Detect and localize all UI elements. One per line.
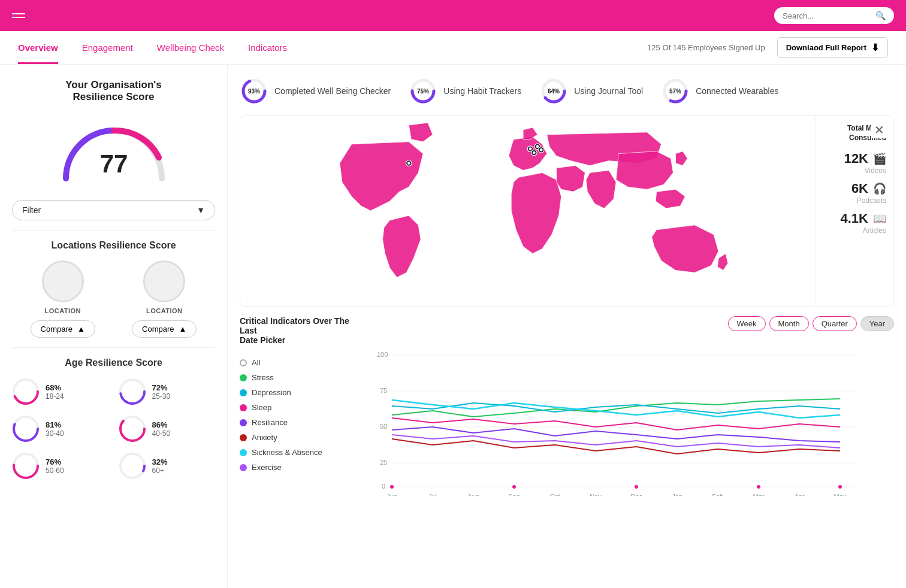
legend-label: Resiliance xyxy=(252,418,288,427)
location-label-1: LOCATION xyxy=(42,307,84,314)
world-map xyxy=(240,116,816,306)
compare-button-1[interactable]: Compare ▲ xyxy=(31,320,95,338)
svg-text:Jul: Jul xyxy=(428,493,437,496)
svg-text:64%: 64% xyxy=(548,88,560,95)
age-percent: 72% xyxy=(152,383,171,392)
media-value-row: 4.1K 📖 xyxy=(823,211,886,226)
compare-label-1: Compare xyxy=(41,325,73,334)
chart-title: Critical Indicators Over The Last xyxy=(240,316,360,335)
location-label-2: LOCATION xyxy=(143,307,185,314)
age-item: 32% 60+ xyxy=(119,452,216,480)
svg-text:0: 0 xyxy=(382,483,385,490)
media-icon: 🎬 xyxy=(873,152,886,165)
hamburger-menu[interactable] xyxy=(12,13,25,18)
metric-label: Using Habit Trackers xyxy=(443,86,521,96)
time-filter-week[interactable]: Week xyxy=(728,316,766,331)
svg-text:Apr: Apr xyxy=(794,493,804,496)
tab-engagement[interactable]: Engagement xyxy=(82,31,133,64)
mini-gauge xyxy=(119,415,146,442)
svg-text:Aug: Aug xyxy=(467,493,479,496)
gauge-container: 77 xyxy=(12,113,215,190)
svg-point-31 xyxy=(540,148,543,151)
svg-point-35 xyxy=(407,162,410,165)
metric-ring: 64% xyxy=(539,77,568,105)
age-range: 40-50 xyxy=(152,429,171,438)
media-item: 4.1K 📖 Articles xyxy=(823,211,886,235)
metric-label: Completed Well Being Checker xyxy=(274,86,391,96)
map-close-button[interactable]: ✕ xyxy=(871,122,887,138)
download-button[interactable]: Downlaod Full Report ⬇ xyxy=(777,37,888,58)
tab-indicators[interactable]: Indicators xyxy=(248,31,287,64)
download-label: Downlaod Full Report xyxy=(786,43,866,52)
age-info: 86% 40-50 xyxy=(152,420,171,438)
metric-ring: 93% xyxy=(240,77,268,105)
compare-label-2: Compare xyxy=(142,325,174,334)
svg-text:Jun: Jun xyxy=(386,493,397,496)
svg-point-29 xyxy=(536,145,539,148)
mini-gauge xyxy=(119,378,146,405)
svg-text:Dec: Dec xyxy=(630,493,642,496)
media-panel: Total MediaConsumed 12K 🎬 Videos 6K 🎧 Po… xyxy=(816,116,893,306)
age-item: 76% 50-60 xyxy=(12,452,109,480)
nav-tabs: Overview Engagement Wellbeing Check Indi… xyxy=(18,31,287,64)
mini-gauge xyxy=(119,452,146,480)
svg-point-36 xyxy=(240,360,246,366)
mini-gauge xyxy=(12,378,40,405)
gauge-svg: 77 xyxy=(54,113,174,190)
age-info: 81% 30-40 xyxy=(46,420,64,438)
svg-text:50: 50 xyxy=(380,423,387,430)
compare-button-2[interactable]: Compare ▲ xyxy=(132,320,197,338)
legend-item: Depression xyxy=(240,388,330,397)
time-filter-quarter[interactable]: Quarter xyxy=(813,316,857,331)
media-sublabel: Articles xyxy=(823,226,886,235)
media-sublabel: Podcasts xyxy=(823,196,886,205)
media-sublabel: Videos xyxy=(823,166,886,175)
locations-title: Locations Resilience Score xyxy=(12,240,215,251)
legend-ring-icon xyxy=(240,359,247,366)
filter-dropdown[interactable]: Filter ▼ xyxy=(12,200,215,220)
search-bar[interactable]: 🔍 xyxy=(774,7,894,24)
age-range: 60+ xyxy=(152,466,168,475)
svg-text:93%: 93% xyxy=(248,88,260,95)
legend-label: All xyxy=(252,358,260,367)
time-filter-year[interactable]: Year xyxy=(860,316,894,331)
location-circle-1 xyxy=(42,260,84,302)
media-item: 6K 🎧 Podcasts xyxy=(823,181,886,205)
chevron-up-icon-2: ▲ xyxy=(179,325,187,334)
search-input[interactable] xyxy=(783,11,871,20)
line-chart: 100 75 50 25 0 Jun Jul xyxy=(339,352,894,496)
svg-text:Sep: Sep xyxy=(508,493,520,496)
sidebar: Your Organisation'sResilience Score 77 F… xyxy=(0,65,228,588)
legend-item: Anxiety xyxy=(240,433,330,442)
legend-item: All xyxy=(240,358,330,367)
tab-overview[interactable]: Overview xyxy=(18,31,58,64)
legend-dot xyxy=(240,434,247,441)
chart-header: Critical Indicators Over The Last Date P… xyxy=(240,316,894,345)
media-value: 12K xyxy=(844,151,868,166)
age-item: 68% 18-24 xyxy=(12,378,109,405)
metric-label: Using Journal Tool xyxy=(574,86,643,96)
age-title: Age Resilience Score xyxy=(12,357,215,368)
svg-text:May: May xyxy=(834,493,847,496)
chart-body: All Stress Depression Sleep Resiliance A… xyxy=(240,352,894,496)
mini-gauge xyxy=(12,415,40,442)
age-range: 30-40 xyxy=(46,429,64,438)
svg-text:Oct: Oct xyxy=(549,493,560,496)
main-content: 93% Completed Well Being Checker 75% Usi… xyxy=(228,65,906,588)
metric-item: 64% Using Journal Tool xyxy=(539,77,643,105)
svg-text:Feb: Feb xyxy=(712,493,724,496)
media-item: 12K 🎬 Videos xyxy=(823,151,886,175)
legend-dot xyxy=(240,449,247,456)
age-percent: 86% xyxy=(152,420,171,429)
legend-label: Sickness & Absence xyxy=(252,448,322,457)
topbar: 🔍 xyxy=(0,0,906,31)
tab-wellbeing[interactable]: Wellbeing Check xyxy=(157,31,224,64)
age-item: 86% 40-50 xyxy=(119,415,216,442)
svg-point-59 xyxy=(390,485,394,489)
svg-point-63 xyxy=(838,485,842,489)
layout: Your Organisation'sResilience Score 77 F… xyxy=(0,65,906,588)
age-percent: 68% xyxy=(46,383,64,392)
location-item-1: LOCATION xyxy=(42,260,84,314)
legend-item: Exercise xyxy=(240,463,330,472)
time-filter-month[interactable]: Month xyxy=(769,316,809,331)
